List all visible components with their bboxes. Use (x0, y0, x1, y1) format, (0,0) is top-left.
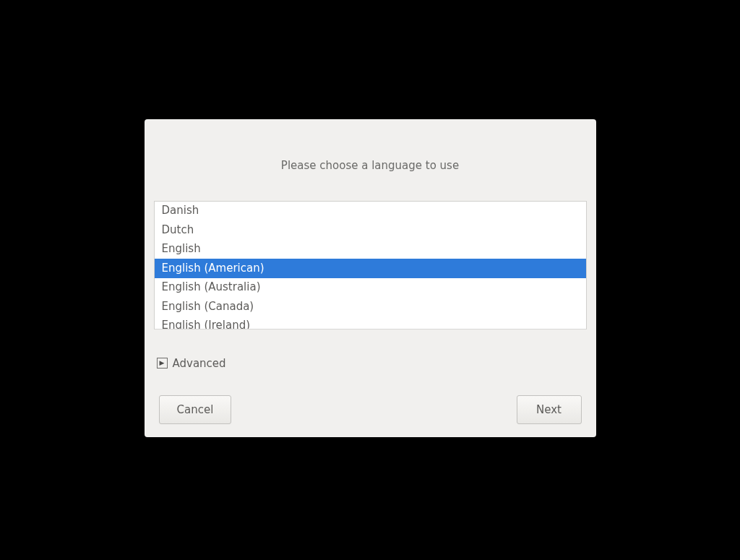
advanced-label: Advanced (173, 357, 226, 370)
language-item[interactable]: English (Australia) (155, 278, 586, 298)
advanced-toggle[interactable]: ▶ Advanced (157, 357, 582, 370)
dialog-title: Please choose a language to use (159, 159, 582, 172)
language-dialog: Please choose a language to use Danish D… (145, 119, 596, 437)
language-item[interactable]: English (Canada) (155, 297, 586, 316)
expand-right-icon: ▶ (157, 358, 168, 369)
language-item-selected[interactable]: English (American) (155, 259, 586, 278)
cancel-button[interactable]: Cancel (159, 395, 232, 424)
language-list[interactable]: Danish Dutch English English (American) … (154, 201, 587, 329)
language-item[interactable]: Danish (155, 202, 586, 221)
language-item[interactable]: Dutch (155, 220, 586, 240)
language-item[interactable]: English (Ireland) (155, 316, 586, 329)
next-button[interactable]: Next (517, 395, 582, 424)
language-item[interactable]: English (155, 240, 586, 259)
button-row: Cancel Next (159, 395, 582, 424)
